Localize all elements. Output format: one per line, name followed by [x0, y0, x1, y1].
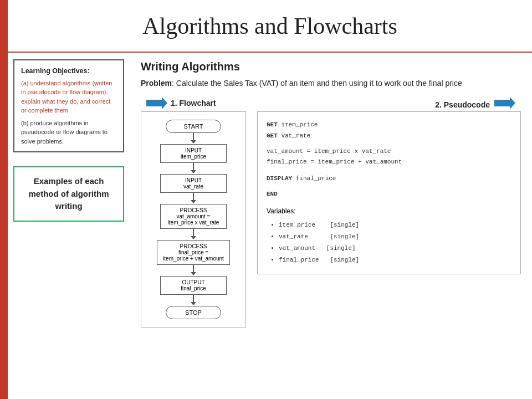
pc-calc-section: vat_amount = item_price x vat_rate final… [267, 146, 511, 168]
pc-var-list: item_price [single] vat_rate [single] va… [267, 219, 511, 266]
writing-algorithms-title: Writing Algorithms [141, 60, 521, 73]
examples-text: Examples of each method of algorithm wri… [29, 176, 109, 211]
learning-objectives-box: Learning Objectives: (a) understand algo… [13, 59, 124, 152]
fc-arrow-3 [193, 193, 194, 201]
diagrams-row: 1. Flowchart START INPUTitem_price [141, 97, 521, 392]
fc-arrow-1 [193, 133, 194, 141]
pc-var-final-price: final_price [single] [279, 254, 511, 266]
pc-display-section: DISPLAY final_price [267, 173, 511, 185]
pc-vat-amount-calc: vat_amount = item_price x vat_rate [267, 146, 511, 157]
lo-items-black: (b) produce algorithms in pseudocode or … [21, 119, 116, 146]
fc-input-vat-rate: INPUTvat_rate [160, 174, 227, 193]
pseudocode-container: GET item_price GET vat_rate vat_amount =… [257, 111, 521, 274]
fc-output: OUTPUTfinal_price [160, 276, 227, 295]
pc-var-vat-rate: vat_rate [single] [279, 231, 511, 243]
svg-marker-0 [146, 97, 167, 109]
examples-box: Examples of each method of algorithm wri… [13, 166, 124, 222]
fc-start-shape: START [166, 120, 221, 133]
problem-label: Problem [141, 79, 172, 88]
fc-input-item-price-shape: INPUTitem_price [160, 144, 227, 163]
pc-display-line: DISPLAY final_price [267, 173, 511, 185]
pseudocode-section: 2. Pseudocode GET item_price GET vat_rat… [257, 97, 521, 274]
pc-get-section: GET item_price GET vat_rate [267, 120, 511, 142]
flowchart-section: 1. Flowchart START INPUTitem_price [141, 97, 246, 328]
fc-input-item-price: INPUTitem_price [160, 144, 227, 163]
pc-end-section: END [267, 189, 511, 200]
flowchart-container: START INPUTitem_price INPUTvat_rate [141, 111, 246, 328]
red-accent-bar [0, 0, 8, 399]
fc-arrow-4 [193, 229, 194, 237]
problem-text: Problem: Calculate the Sales Tax (VAT) o… [141, 78, 521, 89]
pc-get-vat-rate: GET vat_rate [267, 131, 511, 142]
page-title: Algorithms and Flowcharts [142, 13, 397, 39]
content-area: Learning Objectives: (a) understand algo… [8, 54, 532, 399]
blue-arrow-flowchart-icon [146, 97, 167, 109]
fc-input-vat-rate-shape: INPUTvat_rate [160, 174, 227, 193]
pseudocode-label-row: 2. Pseudocode [435, 97, 515, 109]
pc-var-item-price: item_price [single] [279, 219, 511, 231]
pc-var-vat-amount: vat_amount [single] [279, 243, 511, 254]
problem-body: : Calculate the Sales Tax (VAT) of an it… [172, 79, 462, 88]
fc-process-vat-amount: PROCESSvat_amount =item_price x vat_rate [160, 204, 227, 229]
left-sidebar: Learning Objectives: (a) understand algo… [8, 54, 130, 399]
fc-stop-shape: STOP [166, 306, 221, 319]
flowchart-label-row: 1. Flowchart [146, 97, 216, 109]
fc-arrow-2 [193, 163, 194, 171]
fc-output-shape: OUTPUTfinal_price [160, 276, 227, 295]
pc-get-item-price: GET item_price [267, 120, 511, 131]
fc-process-vat-amount-shape: PROCESSvat_amount =item_price x vat_rate [160, 204, 227, 229]
pc-variables-title: Variables: [267, 206, 511, 218]
flowchart-label: 1. Flowchart [171, 99, 216, 108]
lo-items-red: (a) understand algorithms (written in ps… [21, 79, 116, 115]
fc-arrow-5 [193, 265, 194, 273]
pc-final-price-calc: final_price = item_price + vat_amount [267, 157, 511, 168]
title-section: Algorithms and Flowcharts [8, 0, 532, 53]
blue-arrow-pseudocode-icon [494, 97, 515, 109]
pc-end-line: END [267, 189, 511, 200]
pseudocode-label: 2. Pseudocode [435, 100, 490, 109]
main-content: Writing Algorithms Problem: Calculate th… [130, 54, 532, 399]
pc-variables-section: Variables: item_price [single] vat_rate … [267, 206, 511, 266]
fc-arrow-6 [193, 295, 194, 303]
svg-marker-1 [494, 97, 515, 109]
fc-process-final-price: PROCESSfinal_price =item_price + vat_amo… [157, 240, 230, 265]
fc-start: START [166, 120, 221, 133]
lo-title: Learning Objectives: [21, 66, 116, 76]
fc-process-final-price-shape: PROCESSfinal_price =item_price + vat_amo… [157, 240, 230, 265]
fc-stop: STOP [166, 306, 221, 319]
page: Algorithms and Flowcharts Learning Objec… [0, 0, 532, 399]
